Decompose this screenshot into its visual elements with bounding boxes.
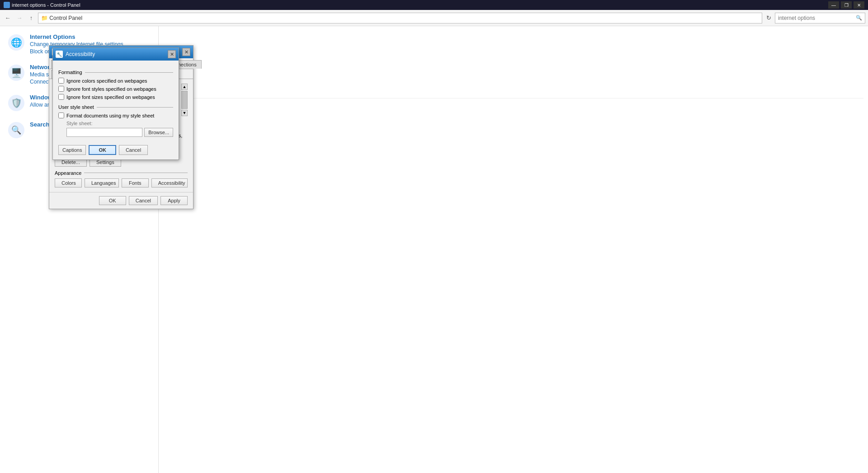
back-button[interactable]: ← <box>3 13 13 23</box>
accessibility-btn-row: Captions OK Cancel <box>58 143 173 155</box>
appearance-section: Appearance Colors Languages Fonts Access… <box>55 170 188 187</box>
title-bar-controls: — ❐ ✕ <box>828 1 864 9</box>
accessibility-cancel-button[interactable]: Cancel <box>119 145 148 155</box>
appearance-buttons: Colors Languages Fonts Accessibility <box>55 178 188 187</box>
internet-props-close-button[interactable]: ✕ <box>182 48 190 56</box>
refresh-button[interactable]: ↻ <box>764 13 773 23</box>
languages-button[interactable]: Languages <box>85 178 119 187</box>
title-bar: internet options - Control Panel — ❐ ✕ <box>0 0 868 10</box>
accessibility-dialog: 🔧 Accessibility ✕ Formatting Ignore colo… <box>52 47 179 160</box>
dialog-bottom-buttons: OK Cancel Apply <box>49 192 193 209</box>
accessibility-close-button[interactable]: ✕ <box>168 50 176 58</box>
scroll-up-btn[interactable]: ▲ <box>181 84 188 90</box>
scroll-down-btn[interactable]: ▼ <box>181 110 188 116</box>
ignore-font-sizes-row: Ignore font sizes specified on webpages <box>58 94 173 100</box>
search-panel-icon: 🔍 <box>7 121 25 139</box>
internet-props-cancel-button[interactable]: Cancel <box>129 196 158 205</box>
appearance-label: Appearance <box>55 170 188 176</box>
scrollbar[interactable]: ▲ ▼ <box>181 84 188 116</box>
window-icon <box>4 2 10 8</box>
accessibility-button[interactable]: Accessibility <box>151 178 188 187</box>
divider-line <box>163 26 863 98</box>
style-sheet-input-row: Browse... <box>58 128 173 137</box>
forward-button[interactable]: → <box>14 13 24 23</box>
format-docs-checkbox[interactable] <box>58 112 64 118</box>
minimize-button[interactable]: — <box>828 1 839 9</box>
up-button[interactable]: ↑ <box>26 13 36 23</box>
search-icon: 🔍 <box>856 15 862 21</box>
ignore-colors-checkbox[interactable] <box>58 78 64 84</box>
format-docs-row: Format documents using my style sheet <box>58 112 173 118</box>
accessibility-content: Formatting Ignore colors specified on we… <box>53 61 179 159</box>
title-bar-text: internet options - Control Panel <box>12 2 828 8</box>
path-text: Control Panel <box>49 15 82 21</box>
close-button[interactable]: ✕ <box>854 1 864 9</box>
ignore-colors-label: Ignore colors specified on webpages <box>66 78 147 84</box>
ignore-font-sizes-label: Ignore font sizes specified on webpages <box>66 94 155 100</box>
captions-button[interactable]: Captions <box>58 145 86 155</box>
ignore-font-styles-label: Ignore font styles specified on webpages <box>66 86 156 92</box>
maximize-button[interactable]: ❐ <box>841 1 852 9</box>
search-box: 🔍 <box>775 13 865 23</box>
accessibility-title-bar[interactable]: 🔧 Accessibility ✕ <box>53 48 179 61</box>
style-sheet-label: Style sheet: <box>58 121 173 126</box>
style-sheet-input[interactable] <box>66 128 142 137</box>
search-input[interactable] <box>778 15 856 21</box>
right-panel <box>158 26 868 473</box>
ignore-font-styles-row: Ignore font styles specified on webpages <box>58 86 173 92</box>
address-bar: ← → ↑ 📁 Control Panel ↻ 🔍 <box>0 10 868 26</box>
network-icon: 🖥️ <box>7 64 25 82</box>
browse-button[interactable]: Browse... <box>144 128 173 137</box>
ignore-colors-row: Ignore colors specified on webpages <box>58 78 173 84</box>
folder-icon: 📁 <box>41 15 48 21</box>
style-sheet-divider: User style sheet <box>58 104 173 110</box>
ignore-font-styles-checkbox[interactable] <box>58 86 64 92</box>
colors-button[interactable]: Colors <box>55 178 82 187</box>
internet-options-icon: 🌐 <box>7 33 25 52</box>
accessibility-title: Accessibility <box>66 51 165 57</box>
internet-props-apply-button[interactable]: Apply <box>160 196 188 205</box>
formatting-divider: Formatting <box>58 70 173 75</box>
accessibility-icon: 🔧 <box>56 51 63 58</box>
style-sheet-section-label: User style sheet <box>58 104 97 110</box>
accessibility-ok-button[interactable]: OK <box>89 145 116 155</box>
address-path[interactable]: 📁 Control Panel <box>38 13 762 23</box>
windows-defender-icon: 🛡️ <box>7 94 25 112</box>
internet-options-title[interactable]: Internet Options <box>30 33 123 40</box>
internet-props-ok-button[interactable]: OK <box>99 196 126 205</box>
scroll-thumb[interactable] <box>181 91 188 109</box>
formatting-label: Formatting <box>58 70 85 75</box>
format-docs-label: Format documents using my style sheet <box>66 113 154 118</box>
ignore-font-sizes-checkbox[interactable] <box>58 94 64 100</box>
fonts-button[interactable]: Fonts <box>122 178 149 187</box>
